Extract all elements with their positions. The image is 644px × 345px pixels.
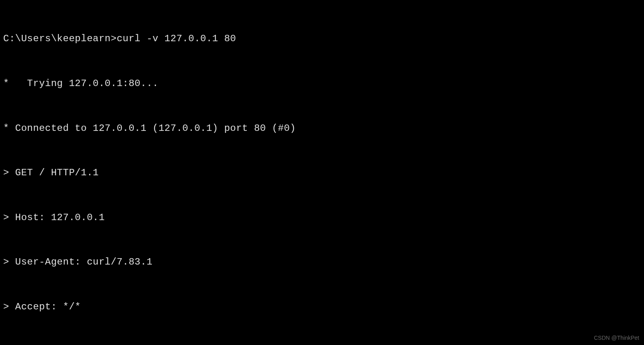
terminal-line: * Connected to 127.0.0.1 (127.0.0.1) por… <box>3 121 641 136</box>
terminal-line: > User-Agent: curl/7.83.1 <box>3 255 641 269</box>
watermark-text: CSDN @ThinkPet <box>594 334 639 343</box>
terminal-output[interactable]: C:\Users\keeplearn>curl -v 127.0.0.1 80 … <box>3 2 641 345</box>
terminal-line: > Accept: */* <box>3 299 641 314</box>
terminal-line: > Host: 127.0.0.1 <box>3 210 641 225</box>
terminal-line: > GET / HTTP/1.1 <box>3 165 641 180</box>
terminal-line: C:\Users\keeplearn>curl -v 127.0.0.1 80 <box>3 31 641 46</box>
terminal-line: * Trying 127.0.0.1:80... <box>3 76 641 91</box>
